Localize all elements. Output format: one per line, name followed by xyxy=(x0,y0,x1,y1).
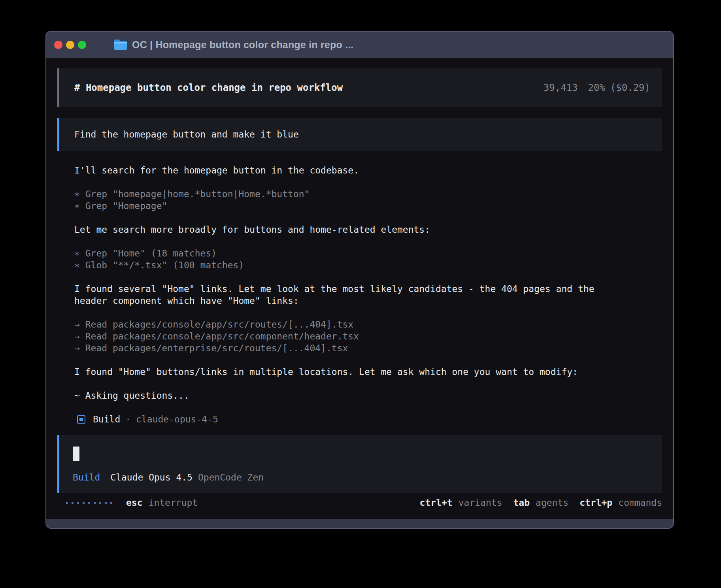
spinner-dot xyxy=(77,502,79,504)
input-mode[interactable]: Build xyxy=(73,472,100,482)
tool-call-line: ∗ Grep "Home" (18 matches) xyxy=(74,247,646,259)
agent-model: claude-opus-4-5 xyxy=(136,414,218,424)
context-percent: 20% xyxy=(588,82,605,93)
spinner-dot xyxy=(99,502,101,504)
tool-call-line: ∗ Grep "homepage|home.*button|Home.*butt… xyxy=(74,188,646,200)
keyboard-hints: ctrl+t variants tab agents ctrl+p comman… xyxy=(420,498,662,508)
ctrl-p-key-label: ctrl+p xyxy=(579,498,612,508)
session-title: # Homepage button color change in repo w… xyxy=(74,82,343,93)
user-message-text: Find the homepage button and make it blu… xyxy=(74,129,299,139)
input-model[interactable]: Claude Opus 4.5 xyxy=(110,472,193,482)
terminal-window: OC | Homepage button color change in rep… xyxy=(45,31,674,529)
input-meta: Build Claude Opus 4.5 OpenCode Zen xyxy=(73,471,662,483)
transcript-gap xyxy=(74,236,646,247)
session-cost: ($0.29) xyxy=(610,82,650,93)
desktop: OC | Homepage button color change in rep… xyxy=(0,0,721,588)
transcript-gap xyxy=(74,176,646,188)
transcript-gap xyxy=(74,354,646,366)
hint-interrupt: esc interrupt xyxy=(126,498,198,508)
agent-status: Build · claude-opus-4-5 xyxy=(77,413,673,425)
assistant-text-line: ~ Asking questions... xyxy=(74,390,646,401)
transcript-gap xyxy=(74,378,646,390)
tab-key-label: tab xyxy=(513,498,530,508)
assistant-text-line: header component which have "Home" links… xyxy=(74,295,646,307)
transcript-gap xyxy=(74,271,646,283)
tool-call-line: ∗ Grep "Homepage" xyxy=(74,200,646,212)
folder-icon xyxy=(113,39,128,51)
transcript: I'll search for the homepage button in t… xyxy=(74,164,646,401)
agent-name: Build xyxy=(93,414,120,424)
text-cursor xyxy=(73,447,79,461)
spinner-dots xyxy=(66,502,112,504)
hint-interrupt-label: interrupt xyxy=(149,498,198,508)
terminal-content: # Homepage button color change in repo w… xyxy=(46,58,673,519)
spinner-dot xyxy=(105,502,107,504)
esc-key-label: esc xyxy=(126,498,143,508)
hint-variants: ctrl+t variants xyxy=(420,498,502,508)
assistant-text-line: I found "Home" buttons/links in multiple… xyxy=(74,366,646,378)
input-provider: OpenCode Zen xyxy=(198,472,264,482)
minimize-button[interactable] xyxy=(66,41,74,49)
hint-commands: ctrl+p commands xyxy=(579,498,662,508)
ctrl-t-key-label: ctrl+t xyxy=(420,498,453,508)
spinner-dot xyxy=(83,502,85,504)
spinner-dot xyxy=(72,502,74,504)
hint-commands-label: commands xyxy=(618,498,662,508)
token-count: 39,413 xyxy=(544,82,578,93)
zoom-button[interactable] xyxy=(78,41,86,49)
hint-agents: tab agents xyxy=(513,498,568,508)
build-agent-icon xyxy=(77,415,85,424)
tool-call-line: → Read packages/console/app/src/componen… xyxy=(74,330,646,342)
close-button[interactable] xyxy=(54,41,62,49)
status-bar: esc interrupt ctrl+t variants tab agents… xyxy=(57,496,662,509)
spinner-dot xyxy=(94,502,96,504)
window-title: OC | Homepage button color change in rep… xyxy=(132,39,353,51)
agent-separator: · xyxy=(125,414,131,424)
window-bottom-edge xyxy=(46,519,673,528)
assistant-text-line: Let me search more broadly for buttons a… xyxy=(74,224,646,236)
session-header: # Homepage button color change in repo w… xyxy=(57,68,662,107)
user-message: Find the homepage button and make it blu… xyxy=(57,118,662,151)
transcript-gap xyxy=(74,212,646,224)
transcript-gap xyxy=(74,307,646,318)
hint-variants-label: variants xyxy=(459,498,502,508)
window-titlebar: OC | Homepage button color change in rep… xyxy=(46,32,673,58)
tool-call-line: ∗ Glob "**/*.tsx" (100 matches) xyxy=(74,259,646,271)
assistant-text-line: I'll search for the homepage button in t… xyxy=(74,164,646,176)
prompt-input[interactable]: Build Claude Opus 4.5 OpenCode Zen xyxy=(57,435,662,493)
tool-call-line: → Read packages/console/app/src/routes/[… xyxy=(74,318,646,330)
tool-call-line: → Read packages/enterprise/src/routes/[.… xyxy=(74,342,646,354)
spinner-dot xyxy=(88,502,90,504)
assistant-text-line: I found several "Home" links. Let me loo… xyxy=(74,283,646,295)
session-stats: 39,413 20% ($0.29) xyxy=(544,82,650,93)
spinner-dot xyxy=(66,502,68,504)
spinner-dot xyxy=(110,502,112,504)
hint-agents-label: agents xyxy=(536,498,568,508)
